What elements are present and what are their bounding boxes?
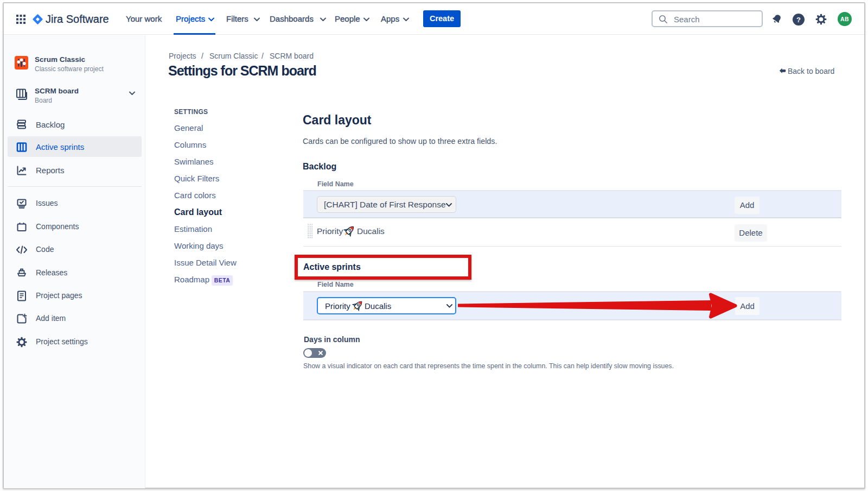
svg-text:?: ? (796, 16, 801, 24)
